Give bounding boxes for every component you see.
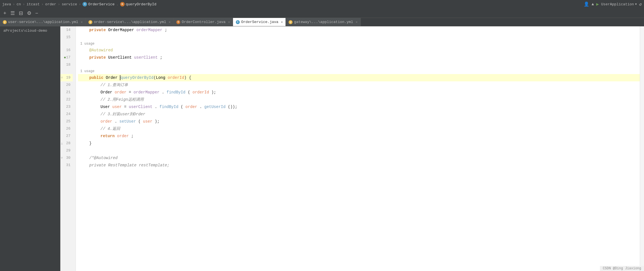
method-findbyid-23: findById — [159, 105, 178, 109]
code-line-26: // 4.返回 — [78, 125, 640, 132]
tab-label-5: gateway\...\application.yml — [294, 20, 353, 24]
add-tab-button[interactable]: + — [2, 10, 8, 16]
user-dropdown[interactable]: UserApplication ▼ — [601, 2, 637, 6]
line-num-26: 26 — [60, 125, 73, 132]
param-orderid: orderId — [168, 75, 184, 80]
line-num-16: 16 — [60, 47, 73, 54]
kw-public: public — [89, 75, 103, 80]
sidebar-project-path: aProjects\cloud-demo — [0, 28, 60, 33]
var-order: order — [115, 90, 126, 95]
editor-right-bar — [640, 26, 644, 271]
var-user-25: user — [143, 119, 152, 124]
kw-private-14: private — [89, 28, 106, 32]
line-num-20: 20 — [60, 81, 73, 89]
close-brace-28: } — [89, 141, 92, 146]
code-line-21: Order order = orderMapper . findById ( o… — [78, 89, 640, 96]
tab-label-2: order-service\...\application.yml — [94, 20, 166, 24]
nav-bar: java › cn › itcast › order › service › C… — [0, 0, 644, 8]
dropdown-arrow[interactable]: ▼ — [635, 3, 637, 6]
yaml-icon-5: y — [289, 20, 293, 24]
breadcrumb-order[interactable]: order — [45, 2, 56, 6]
code-line-29 — [78, 147, 640, 154]
java-blue-icon-4: C — [236, 20, 240, 24]
code-lines[interactable]: private OrderMapper orderMapper ; 1 usag… — [76, 26, 640, 271]
line-num-14: 14 — [60, 26, 73, 34]
tab-close-1[interactable]: ✕ — [81, 20, 83, 24]
status-bar: CSDN @Ding Jiaxiong — [600, 266, 644, 271]
status-text: CSDN @Ding Jiaxiong — [603, 267, 641, 270]
tab-order-controller[interactable]: C OrderController.java ✕ — [173, 18, 233, 26]
tab-user-service-yml[interactable]: y user-service\...\application.yml ✕ — [0, 18, 86, 26]
main-content: aProjects\cloud-demo 14 15 16 ● 17 18 — [0, 26, 644, 271]
line-numbers: 14 15 16 ● 17 18 ▽ 19 — [60, 26, 76, 271]
comment-20: // 1.查询订单 — [101, 83, 128, 87]
tab-order-service[interactable]: C OrderService.java ✕ — [233, 18, 286, 26]
comment-22: // 2.用Feign远程调用 — [101, 97, 144, 102]
field-userclient-23: userClient — [129, 105, 152, 109]
editor-area[interactable]: 14 15 16 ● 17 18 ▽ 19 — [60, 26, 644, 271]
comment-30: /*@Autowired — [89, 156, 118, 160]
tab-label-4: OrderService.java — [241, 20, 278, 24]
tab-close-5[interactable]: ✕ — [356, 20, 358, 24]
comment-26: // 4.返回 — [101, 127, 120, 131]
breadcrumb-java[interactable]: java — [2, 2, 11, 6]
yaml-icon-1: y — [3, 20, 7, 24]
breadcrumb-service[interactable]: service — [62, 2, 77, 6]
line-num-24: 24 — [60, 111, 73, 118]
tab-close-4[interactable]: ✕ — [281, 20, 283, 24]
class-icon: C — [83, 2, 87, 6]
breadcrumb-method[interactable]: queryOrderById — [126, 2, 156, 6]
tab-gateway-yml[interactable]: y gateway\...\application.yml ✕ — [286, 18, 360, 26]
param-orderid-21: orderId — [193, 90, 209, 95]
breadcrumb-orderservice[interactable]: OrderService — [88, 2, 115, 6]
type-ordermapper: OrderMapper — [108, 28, 134, 32]
type-long: Long — [156, 75, 165, 80]
collapse-button[interactable]: − — [34, 10, 40, 16]
usage-hint-2: 1 usage — [78, 68, 640, 74]
line-num-27: 27 — [60, 132, 73, 140]
refresh-icon[interactable]: ↺ — [639, 1, 642, 7]
kw-return: return — [101, 134, 115, 138]
breadcrumb-itcast[interactable]: itcast — [26, 2, 40, 6]
kw-private-17: private — [89, 55, 106, 60]
code-line-22: // 2.用Feign远程调用 — [78, 96, 640, 103]
fold-icon-30[interactable]: ▽ — [61, 154, 63, 162]
arrow-up-icon[interactable]: ▲ — [592, 2, 594, 6]
method-setuser: setUser — [119, 119, 136, 124]
line-num-28: △ 28 — [60, 140, 73, 147]
line-num-15: 15 — [60, 34, 73, 41]
code-line-18 — [78, 61, 640, 68]
run-config-label: UserApplication — [601, 2, 634, 6]
split-button[interactable]: ⊟ — [18, 10, 24, 16]
line-num-23: 23 — [60, 103, 73, 111]
profile-icon[interactable]: 👤 — [584, 1, 589, 7]
field-ordermapper: orderMapper — [136, 28, 162, 32]
var-user: user — [112, 105, 122, 109]
usage-hint-1: 1 usage — [78, 41, 640, 47]
java-orange-icon-3: C — [176, 20, 180, 24]
run-button[interactable]: ▶ — [596, 1, 599, 7]
settings-button[interactable]: ⚙ — [26, 10, 33, 16]
tab-order-service-yml[interactable]: y order-service\...\application.yml ✕ — [86, 18, 173, 26]
line-num-21: 21 — [60, 89, 73, 96]
code-line-20: // 1.查询订单 — [78, 81, 640, 89]
method-icon: m — [120, 2, 125, 6]
var-order-23: order — [186, 105, 197, 109]
method-findbyid-21: findById — [166, 90, 185, 95]
tab-label-3: OrderController.java — [182, 20, 225, 24]
code-line-23: User user = userClient . findById ( orde… — [78, 103, 640, 111]
tab-close-2[interactable]: ✕ — [169, 20, 171, 24]
yaml-icon-2: y — [88, 20, 92, 24]
line-num-17: ● 17 — [60, 54, 73, 61]
toolbar: + ☰ ⊟ ⚙ − — [0, 8, 644, 18]
type-userclient: UserClient — [108, 55, 132, 60]
breadcrumb-cn[interactable]: cn — [17, 2, 21, 6]
tab-close-3[interactable]: ✕ — [228, 20, 230, 24]
comment-24: // 3.封装user到Order — [101, 112, 145, 116]
fold-icon-28[interactable]: △ — [61, 140, 63, 147]
code-line-15 — [78, 34, 640, 41]
code-line-28: } — [78, 140, 640, 147]
field-ordermapper-21: orderMapper — [134, 90, 159, 95]
list-button[interactable]: ☰ — [9, 10, 16, 16]
fold-icon-19[interactable]: ▽ — [61, 74, 63, 81]
